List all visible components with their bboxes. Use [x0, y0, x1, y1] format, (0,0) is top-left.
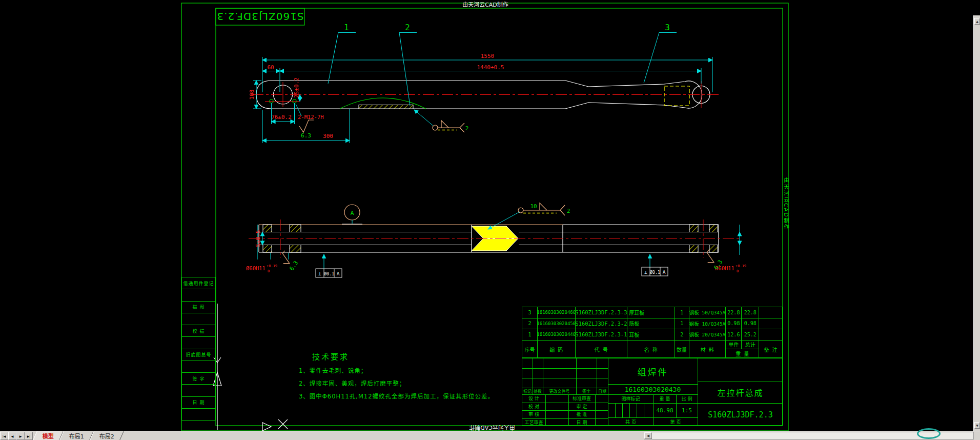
- assembly-name: 左拉杆总成: [698, 382, 783, 403]
- tab-model[interactable]: 模型: [33, 431, 64, 440]
- watermark-right: 由天河云CAD制作: [783, 177, 790, 231]
- margin-label: 描 图: [182, 302, 215, 313]
- fcf-tolerance: Ø0.1: [650, 270, 660, 275]
- bom-notes: [759, 307, 782, 318]
- bom-total-weight: 25.2: [742, 329, 759, 340]
- tab-nav-next-button[interactable]: ▶: [16, 432, 25, 440]
- watermark-top: 由天河云CAD制作: [450, 0, 521, 8]
- dim-thread: 2-M12-7H: [298, 114, 324, 120]
- assembly-code: 16160303020430: [608, 384, 698, 394]
- bom-code: 16160303020440: [538, 329, 576, 340]
- bom-material: 钢板 50/Q345A: [689, 307, 726, 318]
- bom-part-no: S160ZLJ3DF.2.3-3: [576, 307, 628, 318]
- approval-approve: 批 准: [568, 410, 595, 418]
- rev-header-date: 日期: [597, 388, 608, 394]
- cad-logo-icon: [917, 428, 941, 439]
- bom-total-weight: 22.8: [742, 307, 759, 318]
- bom-seq: 3: [522, 307, 538, 318]
- title-block: 标记 处数 更改文件号 签字 日期 设 计 标准审查 校 对 审 定 审 核 批…: [522, 358, 783, 426]
- bore-left: Ø60H11: [246, 265, 266, 271]
- dim-offset: 60: [267, 64, 274, 71]
- fcf-datum: A: [337, 271, 340, 276]
- scroll-up-button[interactable]: ▲: [974, 18, 980, 25]
- bom-unit-weight: 0.98: [726, 318, 742, 329]
- vertical-scrollbar[interactable]: ▲ ▼: [973, 15, 980, 431]
- margin-blank: [182, 361, 215, 373]
- bom-header-weight-group: 单件 总计 重 量: [726, 341, 759, 358]
- table-row: 3 16160303020460 S160ZLJ3DF.2.3-3 厚耳板 1 …: [522, 307, 782, 318]
- scroll-down-button[interactable]: ▼: [974, 422, 980, 429]
- margin-label: 日 期: [182, 397, 215, 409]
- weld-tail-section: 2: [567, 208, 570, 214]
- bom-header-total: 总计: [742, 341, 759, 349]
- tab-nav-prev-button[interactable]: ◀: [8, 432, 16, 440]
- fcf-tolerance: Ø0.1: [324, 271, 334, 276]
- drawing-number: S160ZLJ3DF.2.3: [698, 403, 783, 426]
- bom-code: 16160303020460: [538, 307, 576, 318]
- bom-header-unit: 单件: [726, 341, 742, 349]
- bore-right-sub: 0: [737, 269, 739, 273]
- tab-layout1[interactable]: 布局1: [59, 431, 94, 440]
- rev-header-mark: 标记: [522, 388, 533, 394]
- tab-nav-last-button[interactable]: ▶|: [25, 432, 33, 440]
- weld-symbol-section: 10 2: [488, 203, 570, 229]
- fcf-datum: A: [663, 269, 666, 275]
- bom-material: 钢板 10/Q345A: [689, 318, 726, 329]
- bom-seq: 2: [522, 318, 538, 329]
- bom-qty: 2: [675, 329, 689, 340]
- bom-header-code: 编 码: [538, 341, 576, 358]
- approval-date: 日 期: [568, 418, 595, 427]
- section-marker: A: [342, 205, 362, 224]
- table-row: 2 16160303020450 S160ZLJ3DF.2.3-2 筋板 1 钢…: [522, 318, 782, 330]
- bom-notes: [759, 318, 782, 329]
- bore-left-sub: 0: [268, 269, 270, 273]
- margin-blank: [182, 409, 215, 420]
- top-view: [252, 81, 719, 109]
- bom-part-no: S160ZLJ3DF.2.3-1: [576, 329, 628, 340]
- margin-blank: [182, 289, 215, 301]
- dim-hole-offset: 25±0.2: [293, 77, 300, 98]
- fcf-symbol: ⊥: [644, 269, 647, 275]
- bom-header-material: 材 料: [689, 341, 726, 358]
- weld-size: 10: [530, 203, 537, 210]
- approval-design: 设 计: [522, 394, 545, 403]
- roughness-value: 6.3: [301, 132, 311, 139]
- bom-unit-weight: 22.8: [726, 307, 742, 318]
- dim-between: 1440±0.5: [477, 64, 504, 71]
- tab-nav-first-button[interactable]: |◀: [0, 432, 8, 440]
- dim-plate: 300: [323, 133, 333, 139]
- bom-header-qty: 数量: [675, 341, 689, 358]
- tab-model-label: 模型: [43, 432, 54, 440]
- leader-1: 1: [344, 23, 349, 32]
- approval-process: 工艺审查: [522, 418, 545, 427]
- section-marker-letter: A: [351, 210, 354, 216]
- bom-total-weight: 0.98: [742, 318, 759, 329]
- page-number: 第 页: [654, 417, 698, 426]
- fcf-right: ⊥ Ø0.1 A: [642, 254, 668, 276]
- tech-requirement-item: 1、零件去毛刺、锐角；: [299, 366, 367, 374]
- scroll-left-button[interactable]: ◀: [644, 432, 652, 439]
- leader-3: 3: [665, 23, 670, 32]
- bom-qty: 1: [675, 307, 689, 318]
- fcf-left: ⊥ Ø0.1 A: [316, 254, 342, 277]
- tab-layout1-label: 布局1: [69, 432, 84, 440]
- tech-requirements-title: 技术要求: [312, 351, 349, 362]
- cad-workspace: 1550 1440±0.5 60 108 25±0.2 76±0.2 2-M12…: [0, 0, 980, 440]
- tab-layout2[interactable]: 布局2: [90, 431, 124, 440]
- leader-2: 2: [405, 23, 410, 32]
- approval-check: 校 对: [522, 403, 545, 411]
- mirrored-drawing-number: S160ZLJ3DF.2.3: [216, 8, 304, 25]
- margin-label: 借通用件登记: [182, 277, 215, 289]
- bom-name: 耳板: [627, 329, 675, 340]
- bom-code: 16160303020450: [538, 318, 576, 329]
- bom-seq: 1: [522, 329, 538, 340]
- margin-blank: [182, 313, 215, 325]
- margin-blank: [182, 337, 215, 349]
- scale-value: 1:5: [676, 403, 698, 417]
- tech-requirement-item: 3、图中Φ60H11孔,M12螺纹孔全部为焊后加工，保证其形位公差。: [299, 392, 494, 400]
- rev-header-sign: 签字: [576, 388, 597, 394]
- bom-unit-weight: 12.6: [726, 329, 742, 340]
- drawing-marks: [213, 304, 288, 431]
- cad-viewport[interactable]: 1550 1440±0.5 60 108 25±0.2 76±0.2 2-M12…: [0, 0, 980, 440]
- total-pages: 共 页: [608, 417, 654, 426]
